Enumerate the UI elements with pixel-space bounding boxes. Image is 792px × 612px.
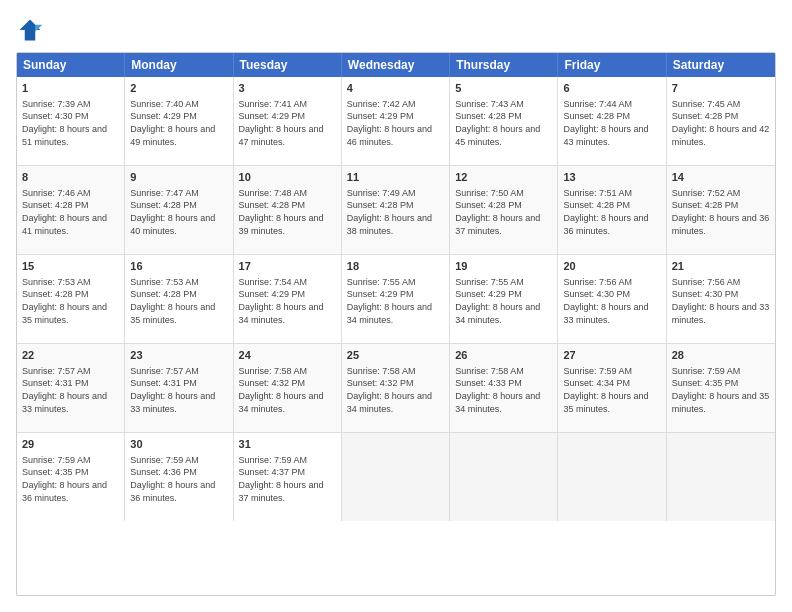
calendar-day-24: 24Sunrise: 7:58 AMSunset: 4:32 PMDayligh… [234,344,342,432]
calendar-day-4: 4Sunrise: 7:42 AMSunset: 4:29 PMDaylight… [342,77,450,165]
calendar-day-18: 18Sunrise: 7:55 AMSunset: 4:29 PMDayligh… [342,255,450,343]
page: SundayMondayTuesdayWednesdayThursdayFrid… [0,0,792,612]
header-day-wednesday: Wednesday [342,53,450,77]
header-day-monday: Monday [125,53,233,77]
header-day-tuesday: Tuesday [234,53,342,77]
empty-cell [450,433,558,521]
calendar-week-2: 8Sunrise: 7:46 AMSunset: 4:28 PMDaylight… [17,166,775,255]
calendar-day-27: 27Sunrise: 7:59 AMSunset: 4:34 PMDayligh… [558,344,666,432]
calendar-day-15: 15Sunrise: 7:53 AMSunset: 4:28 PMDayligh… [17,255,125,343]
calendar-week-4: 22Sunrise: 7:57 AMSunset: 4:31 PMDayligh… [17,344,775,433]
calendar-day-10: 10Sunrise: 7:48 AMSunset: 4:28 PMDayligh… [234,166,342,254]
header [16,16,776,44]
calendar-day-7: 7Sunrise: 7:45 AMSunset: 4:28 PMDaylight… [667,77,775,165]
empty-cell [558,433,666,521]
calendar-day-31: 31Sunrise: 7:59 AMSunset: 4:37 PMDayligh… [234,433,342,521]
calendar-day-12: 12Sunrise: 7:50 AMSunset: 4:28 PMDayligh… [450,166,558,254]
calendar-day-25: 25Sunrise: 7:58 AMSunset: 4:32 PMDayligh… [342,344,450,432]
calendar-day-19: 19Sunrise: 7:55 AMSunset: 4:29 PMDayligh… [450,255,558,343]
calendar-day-26: 26Sunrise: 7:58 AMSunset: 4:33 PMDayligh… [450,344,558,432]
calendar-day-16: 16Sunrise: 7:53 AMSunset: 4:28 PMDayligh… [125,255,233,343]
calendar-week-5: 29Sunrise: 7:59 AMSunset: 4:35 PMDayligh… [17,433,775,521]
calendar-header: SundayMondayTuesdayWednesdayThursdayFrid… [17,53,775,77]
logo-icon [16,16,44,44]
calendar-body: 1Sunrise: 7:39 AMSunset: 4:30 PMDaylight… [17,77,775,521]
calendar-day-1: 1Sunrise: 7:39 AMSunset: 4:30 PMDaylight… [17,77,125,165]
calendar-day-23: 23Sunrise: 7:57 AMSunset: 4:31 PMDayligh… [125,344,233,432]
calendar-week-3: 15Sunrise: 7:53 AMSunset: 4:28 PMDayligh… [17,255,775,344]
calendar-day-8: 8Sunrise: 7:46 AMSunset: 4:28 PMDaylight… [17,166,125,254]
svg-marker-0 [20,20,41,41]
calendar-day-13: 13Sunrise: 7:51 AMSunset: 4:28 PMDayligh… [558,166,666,254]
empty-cell [667,433,775,521]
calendar-day-11: 11Sunrise: 7:49 AMSunset: 4:28 PMDayligh… [342,166,450,254]
calendar-day-6: 6Sunrise: 7:44 AMSunset: 4:28 PMDaylight… [558,77,666,165]
calendar-week-1: 1Sunrise: 7:39 AMSunset: 4:30 PMDaylight… [17,77,775,166]
empty-cell [342,433,450,521]
calendar-day-3: 3Sunrise: 7:41 AMSunset: 4:29 PMDaylight… [234,77,342,165]
calendar-day-29: 29Sunrise: 7:59 AMSunset: 4:35 PMDayligh… [17,433,125,521]
calendar: SundayMondayTuesdayWednesdayThursdayFrid… [16,52,776,596]
calendar-day-21: 21Sunrise: 7:56 AMSunset: 4:30 PMDayligh… [667,255,775,343]
calendar-day-22: 22Sunrise: 7:57 AMSunset: 4:31 PMDayligh… [17,344,125,432]
header-day-saturday: Saturday [667,53,775,77]
calendar-day-30: 30Sunrise: 7:59 AMSunset: 4:36 PMDayligh… [125,433,233,521]
logo [16,16,48,44]
calendar-day-9: 9Sunrise: 7:47 AMSunset: 4:28 PMDaylight… [125,166,233,254]
calendar-day-14: 14Sunrise: 7:52 AMSunset: 4:28 PMDayligh… [667,166,775,254]
header-day-friday: Friday [558,53,666,77]
header-day-sunday: Sunday [17,53,125,77]
svg-marker-1 [35,25,42,32]
calendar-day-20: 20Sunrise: 7:56 AMSunset: 4:30 PMDayligh… [558,255,666,343]
calendar-day-28: 28Sunrise: 7:59 AMSunset: 4:35 PMDayligh… [667,344,775,432]
calendar-day-17: 17Sunrise: 7:54 AMSunset: 4:29 PMDayligh… [234,255,342,343]
calendar-day-2: 2Sunrise: 7:40 AMSunset: 4:29 PMDaylight… [125,77,233,165]
header-day-thursday: Thursday [450,53,558,77]
calendar-day-5: 5Sunrise: 7:43 AMSunset: 4:28 PMDaylight… [450,77,558,165]
